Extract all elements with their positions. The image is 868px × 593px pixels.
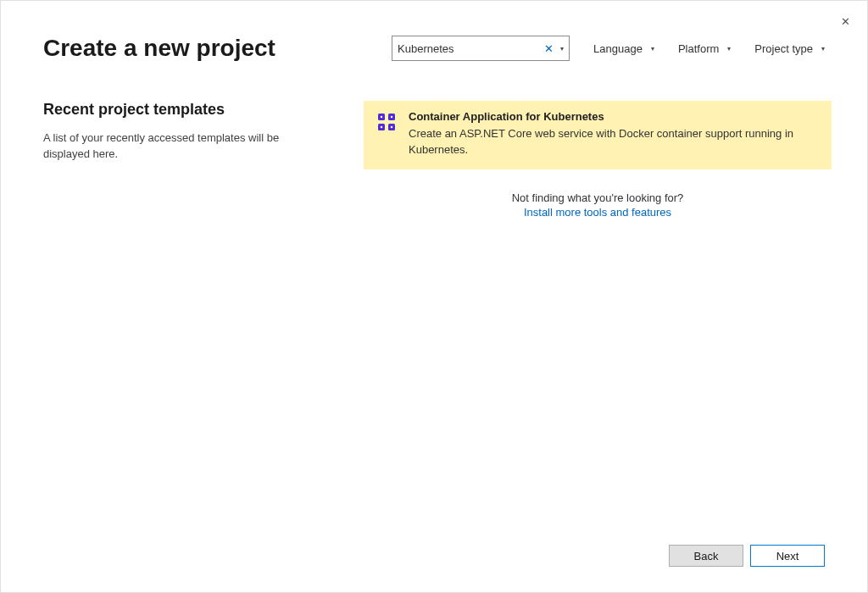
platform-filter[interactable]: Platform ▾	[678, 42, 731, 55]
not-finding-block: Not finding what you're looking for? Ins…	[364, 191, 832, 219]
close-icon[interactable]: ✕	[832, 8, 859, 35]
template-title: Container Application for Kubernetes	[409, 110, 819, 123]
language-filter[interactable]: Language ▾	[593, 42, 654, 55]
project-type-filter-label: Project type	[754, 42, 813, 55]
kubernetes-icon	[376, 112, 397, 132]
recent-templates-panel: Recent project templates A list of your …	[43, 101, 323, 163]
not-finding-text: Not finding what you're looking for?	[364, 191, 832, 204]
search-input[interactable]	[398, 42, 541, 55]
platform-filter-label: Platform	[678, 42, 719, 55]
templates-panel: Container Application for Kubernetes Cre…	[364, 101, 832, 219]
project-type-filter[interactable]: Project type ▾	[754, 42, 825, 55]
next-button[interactable]: Next	[750, 545, 825, 567]
svg-point-6	[381, 126, 382, 128]
svg-point-4	[381, 116, 382, 118]
install-tools-link[interactable]: Install more tools and features	[524, 206, 671, 219]
page-title: Create a new project	[43, 35, 275, 62]
clear-search-icon[interactable]: ✕	[541, 43, 557, 54]
template-item[interactable]: Container Application for Kubernetes Cre…	[364, 101, 832, 169]
search-box[interactable]: ✕ ▾	[392, 36, 570, 61]
recent-templates-title: Recent project templates	[43, 101, 323, 119]
chevron-down-icon: ▾	[651, 45, 654, 53]
template-text: Container Application for Kubernetes Cre…	[409, 110, 819, 158]
new-project-dialog: ✕ Create a new project ✕ ▾ Language ▾ Pl…	[1, 1, 867, 592]
template-desc: Create an ASP.NET Core web service with …	[409, 126, 819, 158]
chevron-down-icon: ▾	[727, 45, 731, 53]
svg-point-7	[391, 126, 392, 128]
language-filter-label: Language	[593, 42, 643, 55]
footer-buttons: Back Next	[669, 545, 825, 567]
controls-row: ✕ ▾ Language ▾ Platform ▾ Project type ▾	[392, 36, 825, 61]
chevron-down-icon: ▾	[821, 45, 825, 53]
header-row: Create a new project ✕ ▾ Language ▾ Plat…	[43, 35, 825, 62]
search-dropdown-icon[interactable]: ▾	[557, 45, 564, 53]
recent-templates-desc: A list of your recently accessed templat…	[43, 130, 323, 163]
back-button[interactable]: Back	[669, 545, 743, 567]
svg-point-5	[391, 116, 392, 118]
